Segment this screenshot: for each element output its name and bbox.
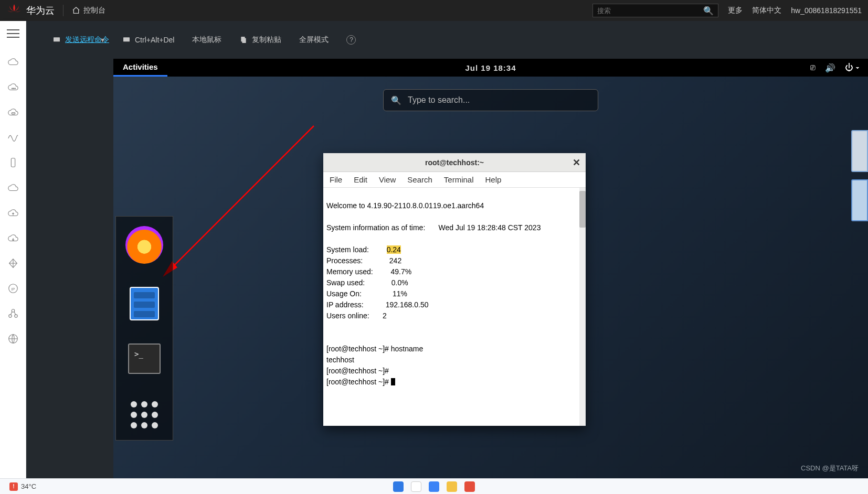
divider bbox=[63, 5, 63, 16]
send-remote-cmd[interactable]: 发送远程命令 ▾ bbox=[52, 35, 104, 45]
console-link[interactable]: 控制台 bbox=[72, 6, 105, 15]
files-icon[interactable] bbox=[130, 287, 159, 320]
svg-point-0 bbox=[12, 88, 12, 89]
taskbar-app-3[interactable] bbox=[429, 481, 439, 492]
terminal-cursor bbox=[391, 378, 395, 385]
workspace-thumbs bbox=[851, 130, 868, 221]
terminal-body[interactable]: Welcome to 4.19.90-2110.8.0.0119.oe1.aar… bbox=[323, 188, 586, 426]
search-icon: 🔍 bbox=[391, 95, 401, 105]
cloud-db-icon[interactable] bbox=[7, 106, 19, 119]
phone-icon[interactable] bbox=[7, 156, 19, 169]
volume-icon[interactable]: 🔊 bbox=[825, 63, 835, 73]
search-icon[interactable]: 🔍 bbox=[703, 6, 714, 16]
terminal-scrollbar[interactable] bbox=[579, 188, 586, 426]
taskbar-app-4[interactable] bbox=[447, 481, 457, 492]
remote-desktop[interactable]: Activities Jul 19 18:34 ⎚ 🔊 ⏻ ▾ 🔍 Type t… bbox=[113, 59, 868, 478]
taskbar-apps bbox=[393, 481, 475, 492]
workspace-thumb-1[interactable] bbox=[851, 130, 868, 172]
terminal-icon[interactable]: >_ bbox=[128, 343, 161, 374]
local-mouse-label: 本地鼠标 bbox=[192, 35, 221, 45]
gnome-system-tray: ⎚ 🔊 ⏻ ▾ bbox=[810, 63, 868, 73]
copy-paste[interactable]: 复制粘贴 bbox=[239, 35, 281, 45]
huawei-logo[interactable]: 华为云 bbox=[6, 3, 55, 18]
svg-point-1 bbox=[13, 88, 14, 89]
console-label: 控制台 bbox=[83, 6, 105, 15]
taskbar-app-2[interactable] bbox=[411, 481, 421, 492]
taskbar-app-1[interactable] bbox=[393, 481, 404, 492]
network-icon[interactable]: ⎚ bbox=[810, 63, 816, 73]
fullscreen[interactable]: 全屏模式 bbox=[299, 35, 329, 45]
annotation-arrow bbox=[156, 115, 324, 283]
lang-switch[interactable]: 简体中文 bbox=[752, 6, 781, 15]
user-label[interactable]: hw_00861818291551 bbox=[791, 6, 862, 15]
copy-paste-label: 复制粘贴 bbox=[252, 35, 281, 45]
svg-rect-4 bbox=[11, 158, 15, 167]
gnome-clock[interactable]: Jul 19 18:34 bbox=[465, 63, 516, 72]
gnome-search[interactable]: 🔍 Type to search... bbox=[383, 89, 598, 111]
power-icon[interactable]: ⏻ ▾ bbox=[845, 63, 860, 73]
scrollbar-thumb[interactable] bbox=[579, 191, 586, 228]
weather-alert-badge: ! bbox=[9, 482, 18, 491]
ip-icon[interactable]: IP bbox=[7, 282, 19, 295]
gnome-search-placeholder: Type to search... bbox=[408, 95, 470, 105]
chevron-down-icon: ▾ bbox=[101, 36, 104, 44]
svg-point-9 bbox=[14, 315, 17, 318]
gnome-dock: >_ bbox=[115, 216, 173, 441]
taskbar-app-5[interactable] bbox=[464, 481, 475, 492]
huawei-topbar: 华为云 控制台 🔍 更多 简体中文 hw_00861818291551 bbox=[0, 0, 868, 21]
terminal-menubar: File Edit View Search Terminal Help bbox=[323, 172, 586, 188]
cloud-icon[interactable] bbox=[7, 56, 19, 68]
cloud-upload-icon[interactable] bbox=[7, 207, 19, 219]
menu-view[interactable]: View bbox=[379, 175, 396, 184]
help-icon[interactable]: ? bbox=[346, 35, 356, 45]
activities-button[interactable]: Activities bbox=[113, 59, 167, 77]
host-taskbar: ! 34°C bbox=[0, 478, 868, 494]
close-icon[interactable]: ✕ bbox=[573, 157, 580, 168]
menu-search[interactable]: Search bbox=[407, 175, 432, 184]
svg-rect-12 bbox=[123, 37, 130, 41]
cloud-download-icon[interactable] bbox=[7, 232, 19, 244]
wave-icon[interactable] bbox=[7, 131, 19, 144]
left-rail: IP bbox=[0, 21, 26, 478]
terminal-titlebar[interactable]: root@techhost:~ ✕ bbox=[323, 153, 586, 172]
weather-widget[interactable]: ! 34°C bbox=[9, 482, 36, 491]
gnome-topbar: Activities Jul 19 18:34 ⎚ 🔊 ⏻ ▾ bbox=[113, 59, 868, 77]
ctrl-alt-del-label: Ctrl+Alt+Del bbox=[135, 36, 174, 44]
svg-rect-3 bbox=[12, 113, 15, 114]
ctrl-alt-del[interactable]: Ctrl+Alt+Del bbox=[122, 36, 174, 44]
svg-rect-14 bbox=[242, 38, 246, 43]
workspace-thumb-2[interactable] bbox=[851, 179, 868, 221]
menu-edit[interactable]: Edit bbox=[354, 175, 367, 184]
diamond-icon[interactable] bbox=[7, 257, 19, 270]
vnc-actionbar: 发送远程命令 ▾ Ctrl+Alt+Del 本地鼠标 复制粘贴 全屏模式 ? bbox=[26, 21, 868, 59]
svg-point-8 bbox=[8, 315, 12, 318]
burger-icon[interactable] bbox=[7, 29, 19, 38]
more-link[interactable]: 更多 bbox=[728, 6, 743, 15]
top-search-input[interactable] bbox=[597, 7, 703, 15]
svg-text:IP: IP bbox=[11, 287, 15, 292]
globe-icon[interactable] bbox=[7, 332, 19, 345]
top-search[interactable]: 🔍 bbox=[592, 4, 718, 17]
brand-text: 华为云 bbox=[26, 4, 55, 17]
weather-temp: 34°C bbox=[21, 482, 36, 490]
csdn-watermark: CSDN @是TATA呀 bbox=[801, 464, 859, 473]
svg-point-2 bbox=[14, 88, 15, 89]
cloud-dots-icon[interactable] bbox=[7, 81, 19, 93]
org-icon[interactable] bbox=[7, 307, 19, 320]
cloud-plain-icon[interactable] bbox=[7, 181, 19, 194]
terminal-title: root@techhost:~ bbox=[425, 158, 484, 167]
menu-help[interactable]: Help bbox=[485, 175, 502, 184]
terminal-window[interactable]: root@techhost:~ ✕ File Edit View Search … bbox=[323, 153, 586, 426]
app-grid-icon[interactable] bbox=[131, 401, 158, 428]
local-mouse[interactable]: 本地鼠标 bbox=[192, 35, 221, 45]
fullscreen-label: 全屏模式 bbox=[299, 35, 329, 45]
vnc-margin bbox=[26, 59, 113, 478]
menu-terminal[interactable]: Terminal bbox=[444, 175, 474, 184]
firefox-icon[interactable] bbox=[125, 226, 163, 264]
svg-line-15 bbox=[167, 126, 314, 273]
svg-rect-11 bbox=[54, 37, 60, 41]
menu-file[interactable]: File bbox=[330, 175, 342, 184]
